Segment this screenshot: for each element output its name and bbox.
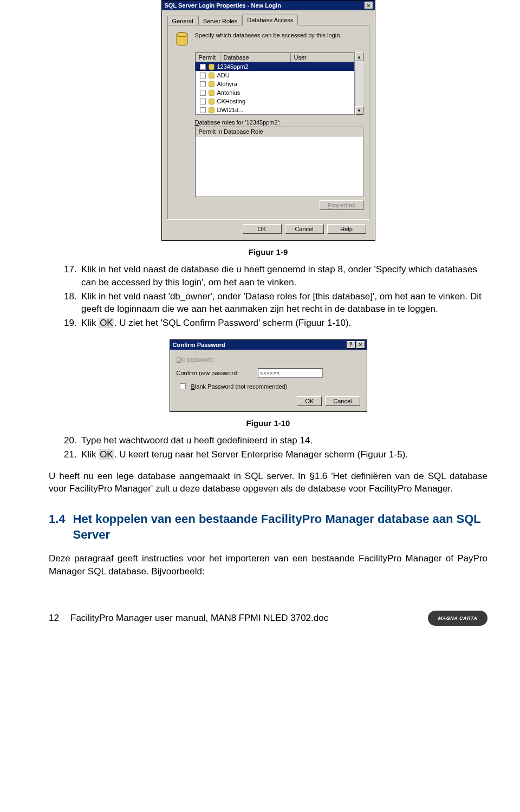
figure-caption: Figuur 1-10 (49, 418, 487, 428)
close-icon[interactable]: × (365, 2, 373, 9)
help-button[interactable]: Help (327, 224, 366, 234)
step-text: Klik OK. U ziet het 'SQL Confirm Passwor… (81, 317, 487, 330)
database-mini-icon (208, 63, 215, 70)
roles-label: Database roles for '12345ppm2': (195, 119, 363, 126)
step-list-b: 20.Type het wachtwoord dat u heeft gedef… (64, 434, 487, 461)
tab-database-access[interactable]: Database Access (242, 15, 298, 25)
scrollbar[interactable]: ▲ ▼ (355, 53, 363, 115)
titlebar: Confirm Password ? × (170, 340, 367, 350)
cancel-button[interactable]: Cancel (325, 396, 360, 406)
document-name: FacilityPro Manager user manual, MAN8 FP… (70, 613, 428, 624)
tab-strip: General Server Roles Database Access (167, 15, 369, 25)
database-mini-icon (208, 89, 215, 96)
database-mini-icon (208, 98, 215, 105)
step-number: 20. (64, 434, 81, 447)
list-row[interactable]: Antonius (196, 88, 354, 97)
old-password-label: Old password: (177, 356, 258, 363)
confirm-password-label: Confirm new password: (177, 370, 258, 376)
magna-carta-logo: MAGNA CARTA (428, 611, 487, 626)
database-icon (173, 31, 191, 48)
page-number: 12 (49, 613, 70, 624)
db-name: ADU (217, 72, 230, 78)
blank-password-label: Blank Password (not recommended) (191, 383, 288, 390)
page-footer: 12 FacilityPro Manager user manual, MAN8… (49, 611, 487, 626)
step-number: 21. (64, 448, 81, 461)
step-text: Klik in het veld naast de database die u… (81, 263, 487, 289)
permit-checkbox[interactable] (200, 73, 206, 78)
step-number: 19. (64, 317, 81, 330)
scroll-up-icon[interactable]: ▲ (355, 53, 363, 61)
database-mini-icon (208, 81, 215, 88)
titlebar: SQL Server Login Properties - New Login … (162, 1, 375, 10)
cancel-button[interactable]: Cancel (285, 224, 324, 234)
dialog-title: SQL Server Login Properties - New Login (164, 2, 365, 9)
permit-checkbox[interactable] (200, 81, 206, 87)
permit-checkbox[interactable] (200, 64, 206, 70)
db-name: Antonius (217, 89, 240, 96)
list-row[interactable]: CKHosting (196, 97, 354, 106)
section-number: 1.4 (49, 512, 66, 542)
step-list-a: 17.Klik in het veld naast de database di… (64, 263, 487, 330)
close-icon[interactable]: × (356, 341, 365, 349)
blank-password-checkbox[interactable] (180, 383, 186, 389)
database-mini-icon (208, 107, 215, 114)
db-name: CKHosting (217, 98, 246, 104)
section-heading: 1.4 Het koppelen van een bestaande Facil… (49, 512, 487, 542)
help-icon[interactable]: ? (347, 341, 355, 349)
database-access-panel: Specify which databases can be accessed … (167, 25, 369, 219)
sql-login-properties-dialog: SQL Server Login Properties - New Login … (161, 0, 375, 241)
step-number: 17. (64, 263, 81, 289)
list-row[interactable]: DWI21d... (196, 106, 354, 114)
permit-checkbox[interactable] (200, 107, 206, 113)
step-number: 18. (64, 290, 81, 316)
database-list: Permit Database User 12345ppm2 (195, 53, 355, 115)
permit-checkbox[interactable] (200, 90, 206, 96)
step-text: Klik OK. U keert terug naar het Server E… (81, 448, 487, 461)
list-row[interactable]: ADU (196, 71, 354, 80)
col-database[interactable]: Database (220, 53, 291, 62)
list-row[interactable]: Alphyra (196, 80, 354, 88)
step-text: Klik in het veld naast 'db_owner', onder… (81, 290, 487, 316)
roles-list: Permit in Database Role (195, 127, 363, 197)
list-row[interactable]: 12345ppm2 (196, 62, 354, 71)
db-name: 12345ppm2 (217, 63, 249, 70)
permit-checkbox[interactable] (200, 99, 206, 104)
confirm-password-dialog: Confirm Password ? × Old password: Confi… (170, 339, 367, 412)
section-body: Deze paragraaf geeft instructies voor he… (49, 552, 487, 578)
db-name: Alphyra (217, 81, 237, 87)
figure-caption: Figuur 1-9 (49, 247, 487, 257)
dialog-title: Confirm Password (172, 342, 347, 348)
db-name: DWI21d... (217, 107, 244, 113)
ok-button[interactable]: OK (297, 396, 322, 406)
ok-button[interactable]: OK (243, 224, 282, 234)
scroll-down-icon[interactable]: ▼ (355, 106, 363, 115)
confirm-password-input[interactable] (258, 368, 323, 378)
roles-header[interactable]: Permit in Database Role (196, 127, 363, 136)
section-title: Het koppelen van een bestaande FacilityP… (73, 512, 487, 542)
scroll-track[interactable] (355, 61, 363, 106)
instruction-text: Specify which databases can be accessed … (195, 31, 363, 38)
properties-button[interactable]: Properties (320, 200, 363, 210)
step-text: Type het wachtwoord dat u heeft gedefini… (81, 434, 487, 447)
database-mini-icon (208, 72, 215, 79)
paragraph: U heeft nu een lege database aangemaakt … (49, 470, 487, 496)
list-header: Permit Database User (196, 53, 354, 62)
col-user[interactable]: User (291, 53, 354, 62)
col-permit[interactable]: Permit (196, 53, 220, 62)
